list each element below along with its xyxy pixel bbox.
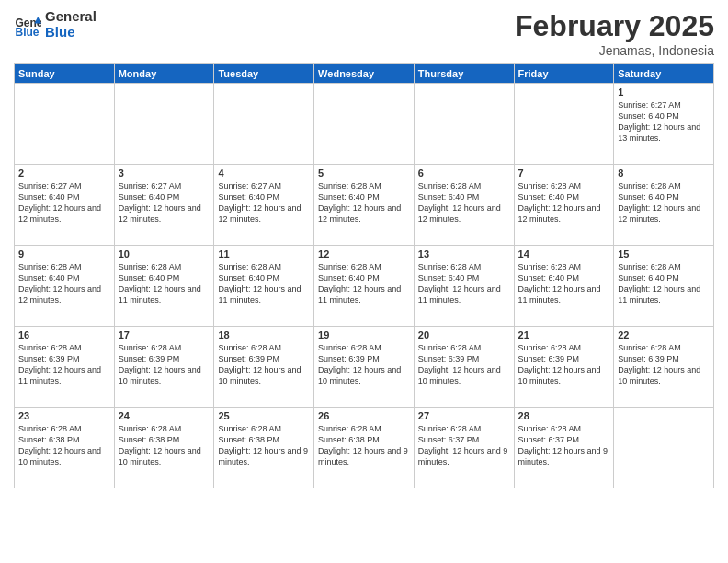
calendar-body: 1Sunrise: 6:27 AM Sunset: 6:40 PM Daylig… xyxy=(15,84,714,488)
day-number: 4 xyxy=(218,167,310,178)
day-info: Sunrise: 6:28 AM Sunset: 6:40 PM Dayligh… xyxy=(18,261,110,306)
calendar-cell: 6Sunrise: 6:28 AM Sunset: 6:40 PM Daylig… xyxy=(414,165,514,246)
day-info: Sunrise: 6:27 AM Sunset: 6:40 PM Dayligh… xyxy=(18,180,110,225)
day-info: Sunrise: 6:28 AM Sunset: 6:39 PM Dayligh… xyxy=(18,342,110,387)
day-number: 24 xyxy=(119,410,210,421)
calendar-cell: 13Sunrise: 6:28 AM Sunset: 6:40 PM Dayli… xyxy=(414,246,514,327)
day-info: Sunrise: 6:28 AM Sunset: 6:39 PM Dayligh… xyxy=(518,342,610,387)
day-info: Sunrise: 6:28 AM Sunset: 6:40 PM Dayligh… xyxy=(418,180,510,225)
day-number: 25 xyxy=(218,410,310,421)
calendar-cell xyxy=(314,84,415,165)
day-number: 2 xyxy=(18,167,110,178)
calendar-cell: 3Sunrise: 6:27 AM Sunset: 6:40 PM Daylig… xyxy=(114,165,214,246)
calendar-cell: 25Sunrise: 6:28 AM Sunset: 6:38 PM Dayli… xyxy=(214,408,314,488)
calendar-cell xyxy=(15,84,115,165)
week-row-3: 16Sunrise: 6:28 AM Sunset: 6:39 PM Dayli… xyxy=(15,327,714,408)
day-info: Sunrise: 6:27 AM Sunset: 6:40 PM Dayligh… xyxy=(218,180,310,225)
calendar-cell: 18Sunrise: 6:28 AM Sunset: 6:39 PM Dayli… xyxy=(214,327,314,408)
calendar-cell xyxy=(414,84,514,165)
day-info: Sunrise: 6:28 AM Sunset: 6:40 PM Dayligh… xyxy=(318,261,410,306)
location-subtitle: Jenamas, Indonesia xyxy=(515,43,714,58)
calendar-cell xyxy=(114,84,214,165)
calendar-cell: 7Sunrise: 6:28 AM Sunset: 6:40 PM Daylig… xyxy=(514,165,614,246)
day-info: Sunrise: 6:27 AM Sunset: 6:40 PM Dayligh… xyxy=(119,180,210,225)
day-info: Sunrise: 6:28 AM Sunset: 6:39 PM Dayligh… xyxy=(318,342,410,387)
day-number: 7 xyxy=(518,167,610,178)
calendar-cell: 11Sunrise: 6:28 AM Sunset: 6:40 PM Dayli… xyxy=(214,246,314,327)
weekday-header-friday: Friday xyxy=(514,64,614,84)
day-number: 22 xyxy=(618,329,710,340)
day-info: Sunrise: 6:28 AM Sunset: 6:38 PM Dayligh… xyxy=(318,423,410,468)
day-number: 17 xyxy=(119,329,210,340)
day-info: Sunrise: 6:28 AM Sunset: 6:38 PM Dayligh… xyxy=(218,423,310,468)
day-info: Sunrise: 6:28 AM Sunset: 6:37 PM Dayligh… xyxy=(518,423,610,468)
title-area: February 2025 Jenamas, Indonesia xyxy=(515,9,714,58)
calendar-cell: 24Sunrise: 6:28 AM Sunset: 6:38 PM Dayli… xyxy=(114,408,214,488)
day-info: Sunrise: 6:28 AM Sunset: 6:40 PM Dayligh… xyxy=(318,180,410,225)
day-number: 20 xyxy=(418,329,510,340)
day-number: 14 xyxy=(518,248,610,259)
day-number: 19 xyxy=(318,329,410,340)
calendar-cell: 15Sunrise: 6:28 AM Sunset: 6:40 PM Dayli… xyxy=(614,246,714,327)
calendar-cell: 17Sunrise: 6:28 AM Sunset: 6:39 PM Dayli… xyxy=(114,327,214,408)
day-info: Sunrise: 6:27 AM Sunset: 6:40 PM Dayligh… xyxy=(618,99,710,144)
day-info: Sunrise: 6:28 AM Sunset: 6:40 PM Dayligh… xyxy=(218,261,310,306)
calendar-cell: 26Sunrise: 6:28 AM Sunset: 6:38 PM Dayli… xyxy=(314,408,415,488)
calendar-cell: 8Sunrise: 6:28 AM Sunset: 6:40 PM Daylig… xyxy=(614,165,714,246)
calendar-cell: 12Sunrise: 6:28 AM Sunset: 6:40 PM Dayli… xyxy=(314,246,415,327)
day-info: Sunrise: 6:28 AM Sunset: 6:37 PM Dayligh… xyxy=(418,423,510,468)
day-number: 26 xyxy=(318,410,410,421)
week-row-0: 1Sunrise: 6:27 AM Sunset: 6:40 PM Daylig… xyxy=(15,84,714,165)
day-info: Sunrise: 6:28 AM Sunset: 6:40 PM Dayligh… xyxy=(119,261,210,306)
weekday-header-saturday: Saturday xyxy=(614,64,714,84)
day-number: 8 xyxy=(618,167,710,178)
calendar-table: SundayMondayTuesdayWednesdayThursdayFrid… xyxy=(14,63,714,488)
day-number: 11 xyxy=(218,248,310,259)
header: General Blue General Blue February 2025 … xyxy=(14,9,714,58)
calendar-cell: 21Sunrise: 6:28 AM Sunset: 6:39 PM Dayli… xyxy=(514,327,614,408)
calendar-cell xyxy=(214,84,314,165)
day-number: 27 xyxy=(418,410,510,421)
calendar-cell: 4Sunrise: 6:27 AM Sunset: 6:40 PM Daylig… xyxy=(214,165,314,246)
month-title: February 2025 xyxy=(515,9,714,43)
weekday-header-tuesday: Tuesday xyxy=(214,64,314,84)
calendar-cell: 2Sunrise: 6:27 AM Sunset: 6:40 PM Daylig… xyxy=(15,165,115,246)
calendar-cell: 16Sunrise: 6:28 AM Sunset: 6:39 PM Dayli… xyxy=(15,327,115,408)
calendar-cell: 1Sunrise: 6:27 AM Sunset: 6:40 PM Daylig… xyxy=(614,84,714,165)
day-number: 18 xyxy=(218,329,310,340)
calendar-cell: 20Sunrise: 6:28 AM Sunset: 6:39 PM Dayli… xyxy=(414,327,514,408)
day-info: Sunrise: 6:28 AM Sunset: 6:39 PM Dayligh… xyxy=(618,342,710,387)
week-row-4: 23Sunrise: 6:28 AM Sunset: 6:38 PM Dayli… xyxy=(15,408,714,488)
calendar-cell: 10Sunrise: 6:28 AM Sunset: 6:40 PM Dayli… xyxy=(114,246,214,327)
logo-blue: Blue xyxy=(45,25,97,40)
day-number: 13 xyxy=(418,248,510,259)
day-info: Sunrise: 6:28 AM Sunset: 6:38 PM Dayligh… xyxy=(18,423,110,468)
day-number: 16 xyxy=(18,329,110,340)
calendar-cell: 14Sunrise: 6:28 AM Sunset: 6:40 PM Dayli… xyxy=(514,246,614,327)
calendar-cell: 5Sunrise: 6:28 AM Sunset: 6:40 PM Daylig… xyxy=(314,165,415,246)
day-number: 1 xyxy=(618,86,710,98)
day-info: Sunrise: 6:28 AM Sunset: 6:40 PM Dayligh… xyxy=(518,261,610,306)
day-info: Sunrise: 6:28 AM Sunset: 6:40 PM Dayligh… xyxy=(418,261,510,306)
logo-general: General xyxy=(45,9,97,25)
weekday-header-wednesday: Wednesday xyxy=(314,64,415,84)
day-info: Sunrise: 6:28 AM Sunset: 6:40 PM Dayligh… xyxy=(618,180,710,225)
week-row-1: 2Sunrise: 6:27 AM Sunset: 6:40 PM Daylig… xyxy=(15,165,714,246)
calendar-cell: 9Sunrise: 6:28 AM Sunset: 6:40 PM Daylig… xyxy=(15,246,115,327)
svg-text:Blue: Blue xyxy=(16,26,40,39)
day-number: 15 xyxy=(618,248,710,259)
day-number: 10 xyxy=(119,248,210,259)
day-number: 9 xyxy=(18,248,110,259)
day-number: 3 xyxy=(119,167,210,178)
day-info: Sunrise: 6:28 AM Sunset: 6:38 PM Dayligh… xyxy=(119,423,210,468)
calendar-cell: 28Sunrise: 6:28 AM Sunset: 6:37 PM Dayli… xyxy=(514,408,614,488)
day-number: 12 xyxy=(318,248,410,259)
calendar-cell xyxy=(514,84,614,165)
weekday-header-monday: Monday xyxy=(114,64,214,84)
calendar-cell xyxy=(614,408,714,488)
day-number: 21 xyxy=(518,329,610,340)
weekday-header-row: SundayMondayTuesdayWednesdayThursdayFrid… xyxy=(15,64,714,84)
day-info: Sunrise: 6:28 AM Sunset: 6:39 PM Dayligh… xyxy=(418,342,510,387)
calendar-cell: 23Sunrise: 6:28 AM Sunset: 6:38 PM Dayli… xyxy=(15,408,115,488)
calendar-cell: 22Sunrise: 6:28 AM Sunset: 6:39 PM Dayli… xyxy=(614,327,714,408)
